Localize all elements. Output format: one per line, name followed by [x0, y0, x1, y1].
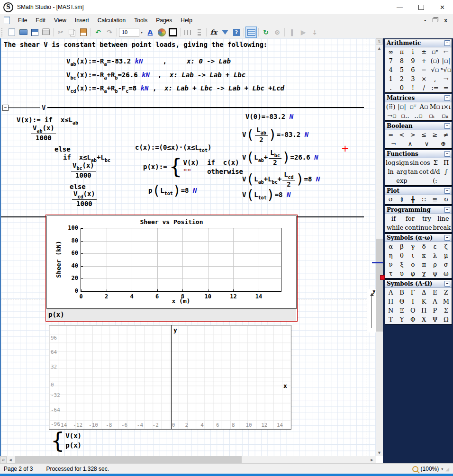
save-file-button[interactable]: [29, 27, 40, 38]
palette-button[interactable]: 3: [408, 75, 418, 82]
xy-plot[interactable]: y x 9664320-32-64-96-14-12-10-8-6-4-2024…: [49, 325, 291, 430]
palette-button[interactable]: Η: [385, 298, 396, 305]
palette-button[interactable]: Σ: [430, 159, 441, 166]
palette-button[interactable]: |▫|: [396, 103, 407, 110]
zoom-level[interactable]: (100%): [421, 466, 439, 472]
worksheet-canvas[interactable]: The shear V is constant between point lo…: [1, 38, 376, 456]
palette-button[interactable]: <: [396, 131, 407, 138]
palette-button[interactable]: Θ: [396, 298, 407, 305]
vertical-splitter[interactable]: ⇅: [376, 38, 383, 45]
mdi-restore-icon[interactable]: [433, 18, 437, 22]
mdi-minimize-button[interactable]: -: [424, 17, 426, 24]
vdef-frac2[interactable]: Vbc(x)1000: [70, 162, 97, 179]
menu-insert[interactable]: Insert: [71, 15, 93, 26]
palette-button[interactable]: Ψ: [429, 316, 440, 323]
palette-button[interactable]: =: [441, 84, 452, 91]
palette-button[interactable]: Τ: [385, 316, 396, 323]
panel-collapse-button[interactable]: −: [444, 95, 450, 101]
formula-vcd[interactable]: Vcd(x):=-Ra+Rb-Fc=8 kN , x: Lab + Lbc ->…: [66, 84, 284, 94]
panel-collapse-button[interactable]: −: [444, 207, 450, 213]
palette-button[interactable]: if: [385, 215, 402, 222]
scroll-up-button[interactable]: ▲: [376, 45, 383, 52]
pause-button[interactable]: ‖: [286, 27, 298, 38]
palette-button[interactable]: Ν: [385, 307, 396, 314]
palette-button[interactable]: 0: [396, 84, 407, 91]
palette-button[interactable]: A▫: [418, 103, 429, 110]
palette-button[interactable]: →: [441, 75, 452, 82]
palette-button[interactable]: λ: [429, 252, 440, 259]
resize-grip[interactable]: ◢: [445, 467, 449, 472]
palette-button[interactable]: η: [385, 252, 396, 259]
palette-button[interactable]: ↺: [385, 196, 396, 203]
palette-button[interactable]: τ: [385, 270, 396, 277]
palette-button[interactable]: i: [408, 48, 418, 55]
shear-chart[interactable]: Sheer vs Position Sheer (kN) 10080604020…: [45, 215, 298, 322]
palette-button[interactable]: 2: [396, 75, 407, 82]
v-lab2-eval[interactable]: V(Lab2)=-83.2 N: [242, 126, 308, 144]
chart-expression-strip[interactable]: p(x): [46, 309, 296, 321]
palette-button[interactable]: ¬: [385, 140, 402, 147]
palette-button[interactable]: ╋: [408, 196, 418, 203]
cut-button[interactable]: ✂: [55, 27, 66, 38]
palette-button[interactable]: γ: [408, 243, 418, 250]
palette-button[interactable]: δ: [418, 243, 429, 250]
palette-button[interactable]: ←: [441, 48, 452, 55]
palette-button[interactable]: ν: [385, 261, 396, 268]
palette-button[interactable]: Σ: [441, 307, 452, 314]
mdi-close-button[interactable]: x: [444, 17, 447, 24]
palette-button[interactable]: ı×ı: [441, 103, 452, 110]
palette-button[interactable]: −: [418, 66, 429, 73]
palette-button[interactable]: M▫: [429, 103, 440, 110]
palette-button[interactable]: break: [432, 224, 452, 231]
palette-button[interactable]: Α: [385, 289, 396, 296]
reference-book-button[interactable]: ?: [231, 27, 242, 38]
palette-button[interactable]: :=: [429, 84, 440, 91]
palette-button[interactable]: ε: [429, 243, 440, 250]
palette-button[interactable]: 4: [385, 66, 396, 73]
palette-button[interactable]: for: [402, 215, 418, 222]
font-color-button[interactable]: A: [145, 27, 156, 38]
palette-button[interactable]: α: [385, 243, 396, 250]
palette-button[interactable]: ⇕: [396, 196, 407, 203]
palette-button[interactable]: Β: [396, 289, 407, 296]
palette-button[interactable]: =: [385, 131, 396, 138]
menu-calculation[interactable]: Calculation: [93, 15, 130, 26]
palette-button[interactable]: Δ: [418, 289, 429, 296]
v-lcd2-eval[interactable]: V(Lab+Lbc+Lcd2)=8 N: [242, 171, 320, 188]
minimize-button[interactable]: —: [389, 0, 410, 14]
scroll-down-button[interactable]: ▼: [376, 449, 383, 456]
units-button[interactable]: [182, 27, 193, 38]
scroll-right-button[interactable]: ►: [368, 456, 376, 463]
vertical-scroll-thumb[interactable]: [376, 239, 383, 332]
new-file-button[interactable]: [6, 27, 18, 38]
palette-button[interactable]: Ω: [441, 316, 452, 323]
palette-button[interactable]: Υ: [396, 316, 407, 323]
horizontal-scroll-thumb[interactable]: [15, 456, 242, 463]
palette-button[interactable]: π: [396, 48, 407, 55]
side-panels-toggle-button[interactable]: [245, 27, 257, 38]
palette-button[interactable]: .: [385, 84, 396, 91]
color-palette-button[interactable]: [156, 27, 167, 38]
step-button[interactable]: ⇣: [309, 27, 320, 38]
palette-button[interactable]: +: [418, 57, 429, 64]
horizontal-splitter[interactable]: ⇄: [0, 456, 7, 463]
v0-eval[interactable]: V(0)=-83.2 N: [245, 113, 293, 120]
palette-button[interactable]: ⊕: [435, 140, 452, 147]
copy-button[interactable]: [66, 27, 78, 38]
filter-button[interactable]: [219, 27, 231, 38]
palette-button[interactable]: ↻: [441, 196, 452, 203]
palette-button[interactable]: Ξ: [396, 307, 407, 314]
section-collapse-toggle[interactable]: −: [2, 105, 9, 111]
palette-button[interactable]: χ: [418, 270, 429, 277]
palette-button[interactable]: d/d: [429, 168, 440, 175]
palette-button[interactable]: continue: [405, 224, 432, 231]
palette-button[interactable]: Ζ: [441, 289, 452, 296]
palette-button[interactable]: Χ: [418, 316, 429, 323]
palette-button[interactable]: cos: [420, 159, 431, 166]
insertion-cursor[interactable]: +: [341, 143, 349, 154]
palette-button[interactable]: ,: [429, 75, 440, 82]
palette-button[interactable]: ×: [418, 75, 429, 82]
palette-button[interactable]: ‥▫: [412, 112, 425, 119]
vdef-else2[interactable]: else: [70, 183, 86, 190]
close-button[interactable]: ✕: [432, 0, 453, 14]
